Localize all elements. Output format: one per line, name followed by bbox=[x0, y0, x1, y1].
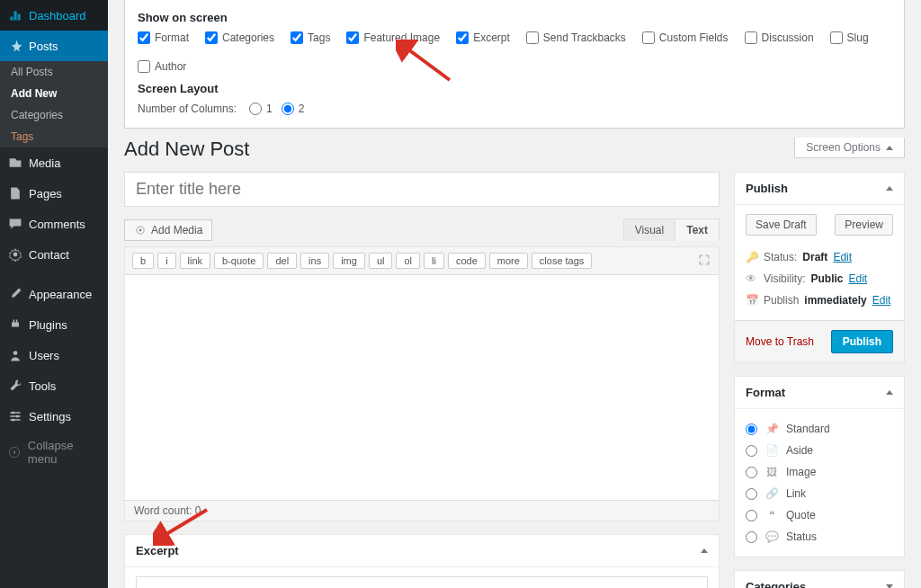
sidebar-item-media[interactable]: Media bbox=[0, 147, 108, 178]
save-draft-button[interactable]: Save Draft bbox=[746, 214, 817, 236]
calendar-icon: 📅 bbox=[746, 294, 758, 307]
quicktag-link[interactable]: link bbox=[180, 253, 211, 269]
screen-option-check-tags[interactable]: Tags bbox=[291, 31, 330, 44]
edit-status-link[interactable]: Edit bbox=[833, 251, 852, 263]
sidebar-label: Pages bbox=[29, 187, 62, 200]
quicktag-ul[interactable]: ul bbox=[369, 253, 393, 269]
chevron-up-icon[interactable] bbox=[886, 186, 893, 191]
quicktag-del[interactable]: del bbox=[267, 253, 297, 269]
sidebar-item-settings[interactable]: Settings bbox=[0, 401, 108, 432]
sidebar-item-contact[interactable]: Contact bbox=[0, 239, 108, 270]
quicktag-i[interactable]: i bbox=[157, 253, 175, 269]
move-to-trash-link[interactable]: Move to Trash bbox=[746, 335, 814, 348]
svg-point-1 bbox=[13, 351, 18, 355]
sub-item-add-new[interactable]: Add New bbox=[0, 83, 108, 104]
chevron-up-icon[interactable] bbox=[886, 390, 893, 395]
publish-button[interactable]: Publish bbox=[831, 330, 893, 353]
sidebar-item-dashboard[interactable]: Dashboard bbox=[0, 0, 108, 31]
quicktag-code[interactable]: code bbox=[448, 253, 486, 269]
visibility-line: 👁 Visibility: Public Edit bbox=[746, 268, 893, 290]
wrench-icon bbox=[7, 378, 23, 394]
sidebar-item-appearance[interactable]: Appearance bbox=[0, 279, 108, 309]
chevron-down-icon[interactable] bbox=[886, 584, 893, 588]
sidebar-collapse[interactable]: Collapse menu bbox=[0, 432, 108, 473]
excerpt-title: Excerpt bbox=[136, 544, 179, 557]
quicktag-img[interactable]: img bbox=[333, 253, 365, 269]
media-icon bbox=[7, 155, 23, 171]
status-line: 🔑 Status: Draft Edit bbox=[746, 246, 893, 268]
screen-options-panel: Show on screen Format Categories Tags Fe… bbox=[124, 0, 905, 129]
svg-point-2 bbox=[12, 411, 14, 414]
sub-item-categories[interactable]: Categories bbox=[0, 104, 108, 126]
format-option-link[interactable]: 🔗Link bbox=[746, 483, 893, 504]
sidebar-item-tools[interactable]: Tools bbox=[0, 370, 108, 401]
format-option-status[interactable]: 💬Status bbox=[746, 526, 893, 548]
chevron-up-icon[interactable] bbox=[701, 548, 708, 553]
screen-option-check-discussion[interactable]: Discussion bbox=[745, 31, 814, 44]
format-option-aside[interactable]: 📄Aside bbox=[746, 440, 893, 461]
quicktag-more[interactable]: more bbox=[489, 253, 528, 269]
excerpt-metabox: Excerpt Excerpts are optional hand-craft… bbox=[124, 534, 720, 588]
svg-point-4 bbox=[12, 418, 14, 421]
main-content: Show on screen Format Categories Tags Fe… bbox=[108, 0, 921, 588]
admin-sidebar: Dashboard Posts All Posts Add New Catego… bbox=[0, 0, 108, 588]
screen-option-check-send-trackbacks[interactable]: Send Trackbacks bbox=[526, 31, 626, 44]
screen-option-check-featured-image[interactable]: Featured Image bbox=[346, 31, 440, 44]
sidebar-item-users[interactable]: Users bbox=[0, 340, 108, 370]
columns-radio-1[interactable]: 1 bbox=[249, 102, 273, 115]
sidebar-item-posts[interactable]: Posts bbox=[0, 31, 108, 61]
editor-tab-visual[interactable]: Visual bbox=[623, 218, 675, 241]
columns-label: Number of Columns: bbox=[138, 102, 237, 115]
screen-option-check-excerpt[interactable]: Excerpt bbox=[456, 31, 510, 44]
sidebar-label: Dashboard bbox=[29, 9, 86, 22]
sidebar-label: Media bbox=[29, 156, 60, 170]
quicktag-li[interactable]: li bbox=[424, 253, 444, 269]
post-content-textarea[interactable] bbox=[125, 275, 719, 500]
edit-visibility-link[interactable]: Edit bbox=[848, 272, 867, 285]
format-option-image[interactable]: 🖼Image bbox=[746, 461, 893, 483]
sub-item-tags[interactable]: Tags bbox=[0, 126, 108, 147]
fullscreen-icon[interactable] bbox=[697, 253, 711, 267]
user-icon bbox=[7, 347, 23, 363]
quicktag-close-tags[interactable]: close tags bbox=[532, 253, 593, 269]
schedule-line: 📅 Publish immediately Edit bbox=[746, 290, 893, 311]
columns-radio-2[interactable]: 2 bbox=[282, 102, 305, 115]
comments-icon bbox=[7, 216, 23, 232]
format-option-quote[interactable]: ❝Quote bbox=[746, 504, 893, 526]
editor-tab-text[interactable]: Text bbox=[675, 218, 720, 241]
screen-options-tab[interactable]: Screen Options bbox=[794, 138, 905, 158]
screen-option-check-custom-fields[interactable]: Custom Fields bbox=[642, 31, 729, 44]
add-media-button[interactable]: Add Media bbox=[124, 219, 212, 241]
format-option-standard[interactable]: 📌Standard bbox=[746, 418, 893, 440]
screen-option-check-format[interactable]: Format bbox=[138, 31, 189, 44]
screen-option-check-author[interactable]: Author bbox=[138, 60, 186, 73]
quicktag-ol[interactable]: ol bbox=[396, 253, 420, 269]
plug-icon bbox=[7, 316, 23, 333]
preview-button[interactable]: Preview bbox=[835, 214, 893, 236]
sidebar-label: Plugins bbox=[29, 318, 67, 332]
format-title: Format bbox=[746, 386, 785, 399]
gear-icon bbox=[7, 246, 23, 263]
screen-option-check-categories[interactable]: Categories bbox=[205, 31, 274, 44]
sidebar-item-plugins[interactable]: Plugins bbox=[0, 309, 108, 340]
collapse-icon bbox=[7, 444, 22, 460]
sliders-icon bbox=[7, 408, 23, 424]
quicktag-b-quote[interactable]: b-quote bbox=[214, 253, 264, 269]
sidebar-label: Users bbox=[29, 349, 59, 362]
quicktag-ins[interactable]: ins bbox=[300, 253, 329, 269]
svg-point-0 bbox=[13, 253, 18, 257]
editor-box: bilinkb-quotedelinsimgulollicodemoreclos… bbox=[124, 246, 720, 521]
sidebar-item-comments[interactable]: Comments bbox=[0, 209, 108, 239]
screen-option-check-slug[interactable]: Slug bbox=[830, 31, 869, 44]
excerpt-textarea[interactable] bbox=[136, 576, 708, 588]
eye-icon: 👁 bbox=[746, 272, 758, 285]
quicktag-b[interactable]: b bbox=[132, 253, 154, 269]
sidebar-item-pages[interactable]: Pages bbox=[0, 178, 108, 209]
key-icon: 🔑 bbox=[746, 251, 758, 263]
screen-layout-heading: Screen Layout bbox=[138, 82, 891, 95]
show-on-screen-heading: Show on screen bbox=[138, 11, 891, 24]
categories-title: Categories bbox=[746, 580, 806, 588]
sub-item-all-posts[interactable]: All Posts bbox=[0, 61, 108, 83]
post-title-input[interactable] bbox=[124, 172, 720, 207]
edit-schedule-link[interactable]: Edit bbox=[872, 294, 891, 307]
